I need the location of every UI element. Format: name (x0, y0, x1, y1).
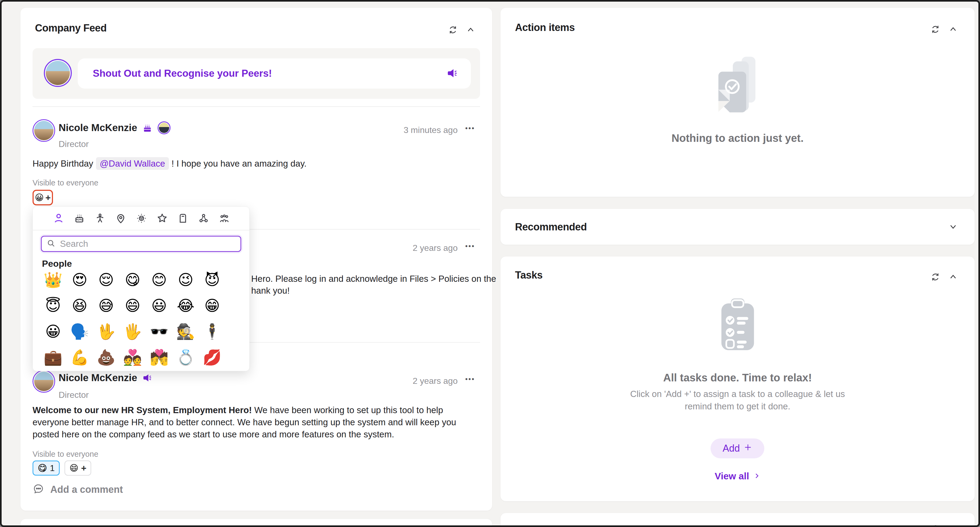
post-body: Happy Birthday@David Wallace! I hope you… (33, 158, 480, 169)
section-title: Tasks (515, 270, 542, 281)
tab-nature-icon[interactable] (135, 212, 147, 224)
tab-travel-places-icon[interactable] (115, 212, 127, 224)
post-timestamp: 2 years ago (412, 376, 457, 386)
emoji-option[interactable]: 💋 (199, 345, 225, 370)
emoji-option[interactable]: 😈 (199, 267, 225, 293)
tab-symbols-icon[interactable] (156, 212, 168, 224)
emoji-option[interactable]: 💩 (93, 345, 119, 370)
tab-food-drink-icon[interactable] (73, 212, 85, 224)
megaphone-icon (446, 67, 458, 80)
post-text: ! I hope you have an amazing day. (172, 158, 307, 168)
reaction-chip[interactable]: 😋 1 (33, 460, 60, 476)
emoji-option[interactable]: 😅 (93, 293, 119, 319)
post-timestamp: 3 minutes ago (404, 125, 458, 135)
author-role: Director (59, 139, 89, 149)
smiley-icon: 😀 (35, 193, 44, 202)
collapse-chevron-icon[interactable] (465, 24, 476, 35)
clipboard-checklist-icon (501, 296, 975, 353)
tab-objects-icon[interactable] (177, 212, 189, 224)
mentioned-user-avatar (158, 121, 170, 134)
post-text: Happy Birthday (33, 158, 93, 168)
emoji-option[interactable]: 😁 (199, 293, 225, 319)
emoji-option[interactable]: 💑 (119, 345, 146, 370)
emoji-category-tabs (33, 207, 249, 230)
refresh-icon[interactable] (930, 523, 941, 527)
collapse-chevron-icon[interactable] (948, 24, 958, 35)
section-title: Recommended (515, 221, 587, 233)
tab-shapes-icon[interactable] (198, 212, 210, 224)
tasks-card: Tasks (501, 257, 975, 501)
emoji-option[interactable]: 😃 (146, 293, 172, 319)
tab-body-activity-icon[interactable] (94, 212, 106, 224)
emoji-option[interactable]: 👑 (40, 267, 67, 293)
post-menu-icon[interactable]: ••• (465, 125, 475, 136)
documents-stack-icon (501, 56, 975, 115)
emoji-option[interactable]: 🗣️ (67, 319, 93, 345)
visibility-label: Visible to everyone (33, 450, 99, 458)
plus-icon: + (81, 463, 87, 473)
emoji-option[interactable]: 😊 (146, 267, 172, 293)
empty-state-description: remind them to get it done. (501, 401, 975, 412)
tab-smileys-people-icon[interactable] (53, 212, 65, 224)
emoji-option[interactable]: 🕴️ (199, 319, 225, 345)
emoji-option[interactable]: 💪 (67, 345, 93, 370)
mention-link[interactable]: @David Wallace (96, 157, 169, 170)
emoji-option[interactable]: 😋 (119, 267, 146, 293)
next-feed-card-partial (21, 519, 492, 527)
shoutout-label: Shout Out and Recognise your Peers! (93, 68, 272, 79)
add-reaction-button[interactable]: 😀 + (33, 190, 53, 205)
emoji-option[interactable]: 😀 (40, 319, 67, 345)
emoji-search (41, 236, 241, 252)
emoji-option[interactable]: 😇 (40, 293, 67, 319)
emoji-option[interactable]: 😆 (67, 293, 93, 319)
chevron-right-icon (753, 471, 760, 482)
add-task-button[interactable]: Add (711, 438, 764, 458)
post-menu-icon[interactable]: ••• (465, 243, 475, 253)
tab-groups-icon[interactable] (218, 212, 230, 224)
emoji-option[interactable]: 🕵️ (172, 319, 199, 345)
recommended-card: Recommended (501, 209, 975, 245)
shoutout-button[interactable]: Shout Out and Recognise your Peers! (78, 58, 471, 89)
emoji-option[interactable]: 😌 (93, 267, 119, 293)
visibility-label: Visible to everyone (33, 179, 99, 187)
refresh-icon[interactable] (930, 24, 941, 35)
emoji-option[interactable]: 😄 (119, 293, 146, 319)
search-input[interactable] (59, 238, 235, 249)
view-all-link[interactable]: View all (501, 471, 975, 482)
post-header: Nicole McKenzie (59, 121, 170, 134)
emoji-option[interactable]: 😍 (67, 267, 93, 293)
action-items-card: Action items Nothing t (501, 8, 975, 197)
emoji-option[interactable]: 😉 (172, 267, 199, 293)
author-name: Nicole McKenzie (59, 372, 137, 383)
emoji-option[interactable]: 🖐️ (119, 319, 146, 345)
view-all-label: View all (715, 471, 749, 482)
avatar (33, 370, 55, 393)
post-text-fragment: Hero. Please log in and acknowledge in F… (251, 274, 496, 284)
emoji-option[interactable]: 🕶️ (146, 319, 172, 345)
avatar (44, 59, 72, 87)
emoji-option[interactable]: 💍 (172, 345, 199, 370)
refresh-icon[interactable] (447, 24, 458, 35)
search-icon (46, 239, 56, 249)
emoji-option[interactable]: 😂 (172, 293, 199, 319)
post-body: Welcome to our new HR System, Employment… (33, 404, 480, 440)
post-menu-icon[interactable]: ••• (465, 375, 475, 386)
emoji-option[interactable]: 💼 (40, 345, 67, 370)
app-window: Company Feed Shout Out and Recognise you… (0, 0, 980, 527)
empty-state-title: All tasks done. Time to relax! (501, 372, 975, 384)
post-timestamp: 2 years ago (412, 243, 457, 253)
emoji-option[interactable]: 🖖 (93, 319, 119, 345)
empty-state-text: Nothing to action just yet. (501, 132, 975, 144)
expand-chevron-icon[interactable] (948, 221, 958, 232)
announcement-megaphone-icon (142, 372, 153, 383)
emoji-option[interactable]: 💏 (146, 345, 172, 370)
emoji-grid: 👑😍😌😋😊😉😈😇😆😅😄😃😂😁😀🗣️🖖🖐️🕶️🕵️🕴️💼💪💩💑💏💍💋 (40, 267, 225, 370)
refresh-icon[interactable] (930, 271, 941, 282)
post-text-bold: Welcome to our new HR System, Employment… (33, 405, 252, 415)
add-comment-button[interactable]: Add a comment (33, 483, 123, 496)
add-reaction-button[interactable]: 😄 + (65, 460, 91, 476)
empty-state-description: Click on 'Add +' to assign a task to a c… (501, 389, 975, 399)
collapse-chevron-icon[interactable] (948, 523, 958, 527)
author-role: Director (59, 390, 89, 400)
collapse-chevron-icon[interactable] (948, 271, 958, 282)
